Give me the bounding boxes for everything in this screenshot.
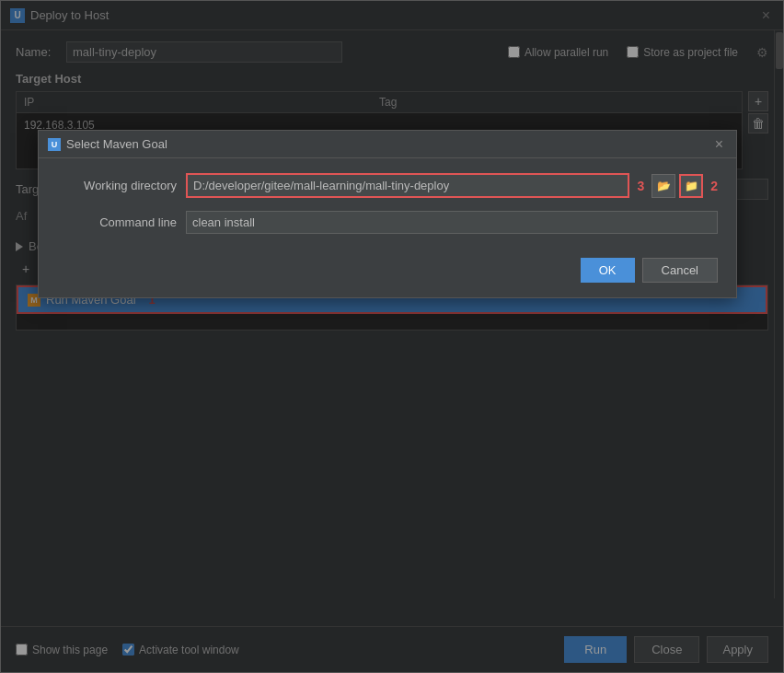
- select-maven-goal-modal: U Select Maven Goal × Working directory …: [38, 130, 737, 298]
- command-line-label: Command line: [57, 215, 177, 229]
- modal-overlay: U Select Maven Goal × Working directory …: [1, 1, 783, 672]
- modal-badge-2: 2: [710, 179, 718, 193]
- folder-icon: 📁: [685, 180, 698, 192]
- folder-open-icon: 📂: [657, 180, 671, 192]
- modal-footer: OK Cancel: [39, 249, 736, 297]
- command-line-input[interactable]: [186, 211, 718, 234]
- browse-folder-button[interactable]: 📂: [651, 174, 675, 198]
- working-dir-badge-3: 3: [637, 179, 644, 193]
- command-line-row: Command line: [57, 211, 718, 234]
- working-directory-input[interactable]: [186, 173, 629, 198]
- modal-title-icon: U: [48, 138, 61, 151]
- modal-title-bar: U Select Maven Goal ×: [39, 131, 736, 158]
- browse-button[interactable]: 📁: [679, 174, 703, 198]
- main-window: U Deploy to Host × Name: Allow parallel …: [0, 0, 784, 673]
- working-directory-label: Working directory: [57, 179, 177, 192]
- modal-title: Select Maven Goal: [66, 137, 167, 151]
- working-directory-row: Working directory 3 📂 📁 2: [57, 173, 718, 198]
- modal-ok-button[interactable]: OK: [581, 258, 635, 283]
- modal-cancel-button[interactable]: Cancel: [642, 258, 718, 283]
- modal-close-button[interactable]: ×: [711, 135, 727, 154]
- modal-content: Working directory 3 📂 📁 2: [39, 158, 736, 249]
